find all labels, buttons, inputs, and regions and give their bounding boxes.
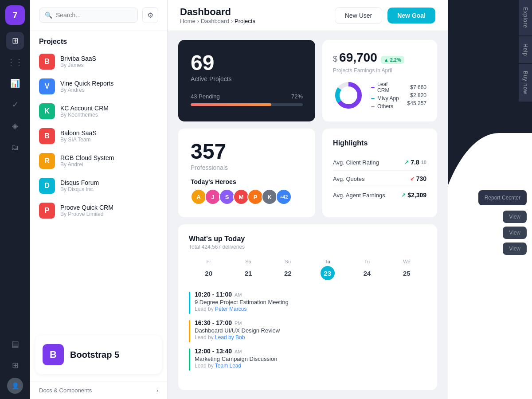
cal-day-22[interactable]: Su 22 — [268, 255, 308, 284]
earnings-label: Projects Earnings in April — [333, 67, 426, 74]
nav-apps-icon[interactable]: ⊞ — [6, 356, 24, 374]
pending-count: 43 Pending — [191, 93, 220, 100]
right-panel: Explore Help Buy now Report Cecnter View… — [448, 0, 532, 399]
event-3-content: 12:00 - 13:40 AM Marketing Campaign Disc… — [195, 348, 426, 369]
highlight-agent-earnings: Avg. Agent Earnings ↗ $2,309 — [333, 187, 426, 203]
calendar-title: What's up Today — [189, 235, 426, 243]
highlights-card: Highlights Avg. Client Rating ↗ 7.8 10 A… — [322, 129, 437, 217]
active-projects-label: Active Projects — [191, 75, 303, 82]
view-button-1[interactable]: View — [503, 211, 527, 223]
legend-leaf-crm: Leaf CRM — [371, 81, 400, 94]
heroes-label: Today's Heroes — [191, 178, 303, 185]
nav-chart-icon[interactable]: 📊 — [6, 74, 24, 92]
earnings-badge: ▲ 2.2% — [381, 56, 404, 64]
dashboard-body: 69 Active Projects 43 Pending 72% $ 69,7… — [168, 31, 448, 399]
project-info-briviba: Briviba SaaS By James — [60, 55, 96, 68]
nav-bag-icon[interactable]: 🗂 — [6, 138, 24, 156]
project-item-baloon[interactable]: B Baloon SaaS By SIA Team — [35, 124, 162, 149]
hero-avatar-3: S — [219, 189, 235, 205]
right-panel-content: Explore Help Buy now Report Cecnter View… — [448, 0, 532, 258]
search-input[interactable] — [56, 12, 132, 19]
docs-link[interactable]: Docs & Components › — [30, 381, 167, 399]
project-icon-disqus: D — [39, 178, 55, 194]
progress-bar-fill — [191, 103, 271, 106]
cal-day-20[interactable]: Fr 20 — [189, 255, 228, 284]
nav-check-icon[interactable]: ✓ — [6, 96, 24, 113]
filter-button[interactable]: ⚙ — [142, 7, 158, 23]
project-item-kc[interactable]: K KC Account CRM By Keenthemes — [35, 99, 162, 124]
event-2-line — [189, 320, 190, 342]
progress-bar-bg — [191, 103, 303, 106]
legend-others: Others — [371, 103, 400, 110]
breadcrumb: Home › Dashboard › Projects — [180, 18, 255, 24]
sidebar: 🔍 ⚙ Projects B Briviba SaaS By James V V… — [30, 0, 168, 399]
event-3-lead: Lead by Team Lead — [195, 363, 426, 369]
buynow-tab[interactable]: Buy now — [519, 64, 532, 102]
nav-card-icon[interactable]: ▤ — [6, 335, 24, 353]
event-3-line — [189, 348, 190, 371]
event-1-name: 9 Degree Project Estimation Meeting — [195, 299, 426, 305]
calendar-header: What's up Today Total 424,567 deliveries — [189, 235, 426, 250]
new-user-button[interactable]: New User — [335, 7, 382, 24]
event-1: 10:20 - 11:00 AM 9 Degree Project Estima… — [189, 291, 426, 314]
earnings-legend: Leaf CRM Mivy App Others — [371, 81, 400, 110]
project-item-briviba[interactable]: B Briviba SaaS By James — [35, 49, 162, 74]
event-1-line — [189, 292, 190, 314]
earnings-card: $ 69,700 ▲ 2.2% Projects Earnings in Apr… — [322, 40, 437, 121]
project-item-rgb[interactable]: R RGB Cloud System By Andrei — [35, 149, 162, 173]
active-projects-number: 69 — [191, 52, 303, 74]
event-3: 12:00 - 13:40 AM Marketing Campaign Disc… — [189, 348, 426, 371]
heroes-section: Today's Heroes A J S M P K +42 — [191, 178, 303, 205]
highlights-title: Highlights — [333, 139, 426, 147]
event-1-lead: Lead by Peter Marcus — [195, 306, 426, 312]
event-2-name: Dashboard UI/UX Design Review — [195, 327, 426, 334]
project-item-vine[interactable]: V Vine Quick Reports By Andres — [35, 74, 162, 99]
avatars-row: A J S M P K +42 — [191, 189, 303, 205]
header-actions: New User New Goal — [335, 7, 435, 24]
legend-mivy-app: Mivy App — [371, 95, 400, 102]
professionals-label: Professionals — [191, 164, 303, 171]
project-info-proove: Proove Quick CRM By Proove Limited — [60, 204, 113, 217]
hero-avatar-1: A — [191, 189, 207, 205]
app-number[interactable]: 7 — [5, 5, 25, 25]
event-3-time: 12:00 - 13:40 AM — [195, 348, 426, 355]
event-3-lead-link[interactable]: Team Lead — [215, 363, 241, 369]
project-item-disqus[interactable]: D Disqus Forum By Disqus Inc. — [35, 173, 162, 198]
event-3-name: Marketing Campaign Discussion — [195, 356, 426, 362]
project-item-proove[interactable]: P Proove Quick CRM By Proove Limited — [35, 198, 162, 223]
earnings-chart-row: Leaf CRM Mivy App Others — [333, 80, 426, 111]
cal-day-23[interactable]: Tu 23 — [308, 255, 347, 284]
view-button-3[interactable]: View — [503, 243, 527, 255]
project-info-vine: Vine Quick Reports By Andres — [60, 80, 113, 93]
help-tab[interactable]: Help — [519, 36, 532, 63]
cal-day-21[interactable]: Sa 21 — [228, 255, 268, 284]
icon-bar: 7 ⊞ ⋮⋮ 📊 ✓ ◈ 🗂 ▤ ⊞ 👤 — [0, 0, 30, 399]
project-list: B Briviba SaaS By James V Vine Quick Rep… — [30, 49, 167, 328]
hero-avatar-2: J — [205, 189, 221, 205]
project-icon-baloon: B — [39, 128, 55, 144]
active-projects-card: 69 Active Projects 43 Pending 72% — [178, 40, 315, 121]
search-box[interactable]: 🔍 — [39, 8, 138, 23]
event-2-lead-link[interactable]: Lead by Bob — [215, 334, 245, 340]
bootstrap-card: B Bootstrap 5 — [35, 335, 162, 374]
cal-day-25[interactable]: We 25 — [387, 255, 426, 284]
main-content: Dashboard Home › Dashboard › Projects Ne… — [168, 0, 448, 399]
report-center-button[interactable]: Report Cecnter — [478, 190, 527, 205]
event-1-time: 10:20 - 11:00 AM — [195, 291, 426, 298]
new-goal-button[interactable]: New Goal — [387, 8, 435, 23]
explore-tab[interactable]: Explore — [519, 0, 532, 35]
row2: 357 Professionals Today's Heroes A J S M… — [178, 129, 437, 217]
project-info-rgb: RGB Cloud System By Andrei — [60, 154, 114, 168]
view-button-2[interactable]: View — [503, 227, 527, 239]
project-icon-vine: V — [39, 78, 55, 94]
project-icon-proove: P — [39, 203, 55, 219]
cal-day-24[interactable]: Tu 24 — [347, 255, 387, 284]
earnings-amount: $ 69,700 — [333, 51, 377, 65]
nav-layers-icon[interactable]: ◈ — [6, 117, 24, 135]
hero-avatar-4: M — [233, 189, 249, 205]
nav-grid-icon[interactable]: ⋮⋮ — [6, 53, 24, 71]
nav-dashboard-icon[interactable]: ⊞ — [6, 32, 24, 50]
event-2-time: 16:30 - 17:00 PM — [195, 319, 426, 326]
event-1-lead-link[interactable]: Peter Marcus — [215, 306, 246, 312]
user-avatar[interactable]: 👤 — [7, 378, 23, 394]
